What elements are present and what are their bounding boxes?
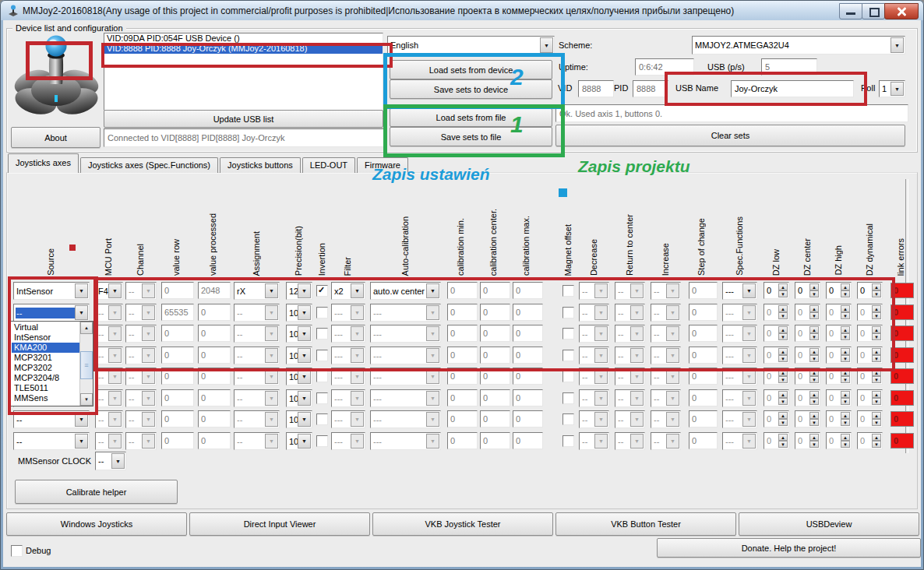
device-status-field: Ok. Used axis 1, buttons 0. xyxy=(555,104,908,122)
tab-led-out[interactable]: LED-OUT xyxy=(302,157,355,173)
source-option-mcp3202[interactable]: MCP3202 xyxy=(12,363,80,373)
source-option-tle5011[interactable]: TLE5011 xyxy=(12,383,80,393)
axis-row-7-filter-select: --- xyxy=(331,410,365,428)
axis-row-7-mcu-select: -- xyxy=(95,410,123,428)
axis-row-1-assign-select[interactable]: rX xyxy=(234,282,280,300)
vid-input[interactable]: 8888 xyxy=(578,80,614,97)
about-button[interactable]: About xyxy=(11,127,101,148)
tab-firmware[interactable]: Firmware xyxy=(357,157,408,173)
axis-row-5-prec-select[interactable]: 10 xyxy=(286,368,312,385)
axis-row-8-prec-select[interactable]: 10 xyxy=(286,432,312,450)
axis-row-5-invert-checkbox[interactable] xyxy=(316,371,328,382)
axis-row-4-invert-checkbox[interactable] xyxy=(316,350,328,361)
footer-button-direct-input-viewer[interactable]: Direct Input Viewer xyxy=(189,512,370,536)
calibrate-helper-button[interactable]: Calibrate helper xyxy=(15,480,178,504)
mmsensor-clock-select[interactable]: -- xyxy=(95,452,126,470)
usb-device-list[interactable]: VID:09DA PID:054F USB Device ()VID:8888 … xyxy=(104,33,383,111)
usb-device-item[interactable]: VID:09DA PID:054F USB Device () xyxy=(104,33,383,44)
axis-row-5-dec-select: -- xyxy=(579,368,609,385)
usb-name-input[interactable]: Joy-Orczyk xyxy=(731,80,854,97)
source-option-kma200[interactable]: KMA200 xyxy=(12,343,80,353)
load-sets-from-device-button[interactable]: Load sets from device xyxy=(390,60,552,79)
axis-row-6-magnet-checkbox[interactable] xyxy=(563,392,574,404)
save-sets-to-device-button[interactable]: Save sets to device xyxy=(390,79,552,99)
footer-button-windows-joysticks[interactable]: Windows Joysticks xyxy=(6,512,187,536)
language-select[interactable]: English xyxy=(387,36,555,55)
axis-row-7-channel-select: -- xyxy=(125,410,157,428)
source-option-virtual[interactable]: Virtual xyxy=(12,322,80,332)
axis-row-8-magnet-checkbox[interactable] xyxy=(563,435,574,447)
update-usb-list-button[interactable]: Update USB list xyxy=(104,110,383,128)
popup-scrollbar[interactable] xyxy=(79,322,93,406)
save-sets-to-file-button[interactable]: Save sets to file xyxy=(390,127,552,146)
axis-row-7-prec-select[interactable]: 10 xyxy=(286,410,312,428)
tab-joysticks-axes[interactable]: Joysticks axes xyxy=(8,153,79,173)
source-option-mcp3204-8[interactable]: MCP3204/8 xyxy=(12,373,80,383)
donate-button[interactable]: Donate. Help the project! xyxy=(657,538,921,558)
axis-row-1-calcen-field: 0 xyxy=(480,282,510,299)
axis-row-6-invert-checkbox[interactable] xyxy=(316,392,328,404)
column-header-err: link errors xyxy=(890,184,910,276)
footer-button-vkb-joystick-tester[interactable]: VKB Joystick Tester xyxy=(372,512,553,536)
axis-row-3-magnet-checkbox[interactable] xyxy=(563,328,574,340)
axis-row-7-invert-checkbox[interactable] xyxy=(316,413,328,425)
tab-joysticks-buttons[interactable]: Joysticks buttons xyxy=(220,157,301,173)
axis-row-1-step-field: 0 xyxy=(689,282,718,299)
axis-row-2-channel-select: -- xyxy=(125,304,157,322)
close-button[interactable] xyxy=(884,3,919,19)
axis-row-1-autocal-select[interactable]: auto.w center xyxy=(370,282,441,300)
axis-row-1-filter-select[interactable]: x2 xyxy=(331,282,365,300)
axis-row-3-invert-checkbox[interactable] xyxy=(316,328,328,340)
scroll-up-icon[interactable] xyxy=(80,322,93,334)
source-option-mmsens[interactable]: MMSens xyxy=(12,393,80,403)
axis-row-1-dzlow-spinner[interactable]: 0 xyxy=(764,282,789,299)
usb-device-item[interactable]: VID:8888 PID:8888 Joy-Orczyk (MMJoy2-201… xyxy=(104,44,383,54)
tab-joysticks-axes-spec-functions[interactable]: Joysticks axes (Spec.Functions) xyxy=(80,157,218,173)
axis-row-1-mcu-select[interactable]: F4 xyxy=(95,282,123,300)
footer-button-vkb-button-tester[interactable]: VKB Button Tester xyxy=(555,512,736,536)
axis-row-1-magnet-checkbox[interactable] xyxy=(563,285,574,297)
axis-row-2-prec-select[interactable]: 10 xyxy=(286,304,312,322)
axis-row-1-calmax-field: 0 xyxy=(513,282,543,299)
axis-row-1-dzdyn-spinner[interactable]: 0 xyxy=(857,282,883,299)
axis-row-8-source-select[interactable]: -- xyxy=(13,432,90,450)
axis-row-1-spec-select[interactable]: --- xyxy=(722,282,757,300)
axis-row-5-valrow-field: 0 xyxy=(161,368,194,385)
axis-row-4-dzdyn-spinner: 0 xyxy=(857,347,883,364)
axis-row-6-calcen-field: 0 xyxy=(480,389,510,406)
axis-row-1-source-select[interactable]: IntSensor xyxy=(13,282,90,300)
source-option-intsensor[interactable]: IntSensor xyxy=(12,332,80,343)
pid-input[interactable]: 8888 xyxy=(633,80,668,97)
axis-row-2-step-field: 0 xyxy=(689,304,718,321)
axis-row-6-prec-select[interactable]: 10 xyxy=(286,389,312,407)
load-sets-from-file-button[interactable]: Load sets from file xyxy=(390,108,552,127)
poll-select[interactable]: 1 xyxy=(879,80,905,97)
minimize-button[interactable] xyxy=(839,3,862,19)
scroll-down-icon[interactable] xyxy=(80,393,93,406)
axis-row-1-invert-checkbox[interactable] xyxy=(316,285,328,297)
scrollbar-thumb[interactable] xyxy=(80,351,93,379)
axis-row-1-prec-select[interactable]: 12 xyxy=(286,282,312,300)
maximize-button[interactable] xyxy=(862,3,885,19)
footer-button-usbdeview[interactable]: USBDeview xyxy=(739,512,919,536)
axis-row-4-magnet-checkbox[interactable] xyxy=(563,350,574,361)
axis-row-7-source-select[interactable]: -- xyxy=(13,410,90,428)
scheme-select[interactable]: MMJOY2.ATMEGA32U4 xyxy=(692,36,905,55)
axis-row-4-inc-select: -- xyxy=(651,347,681,364)
axis-row-1-dzcen-spinner[interactable]: 0 xyxy=(795,282,820,299)
axis-row-7-magnet-checkbox[interactable] xyxy=(563,413,574,425)
axis-row-3-prec-select[interactable]: 10 xyxy=(286,325,312,343)
axis-row-8-invert-checkbox[interactable] xyxy=(316,435,328,447)
source-option-mcp3201[interactable]: MCP3201 xyxy=(12,353,80,363)
axis-row-1-dzhigh-spinner[interactable]: 0 xyxy=(826,282,852,299)
debug-checkbox[interactable] xyxy=(11,545,23,557)
clear-sets-button[interactable]: Clear sets xyxy=(555,125,905,146)
axis-row-4-prec-select[interactable]: 10 xyxy=(286,347,312,364)
minimize-icon xyxy=(846,12,855,15)
axis-row-2-invert-checkbox[interactable] xyxy=(316,307,328,318)
axis-row-2-magnet-checkbox[interactable] xyxy=(563,307,574,318)
axis-row-7-assign-select: -- xyxy=(234,410,280,428)
axis-row-2-source-select[interactable]: -- xyxy=(13,304,90,322)
axis-row-6-mcu-select: -- xyxy=(95,389,123,407)
axis-row-5-magnet-checkbox[interactable] xyxy=(563,371,574,382)
